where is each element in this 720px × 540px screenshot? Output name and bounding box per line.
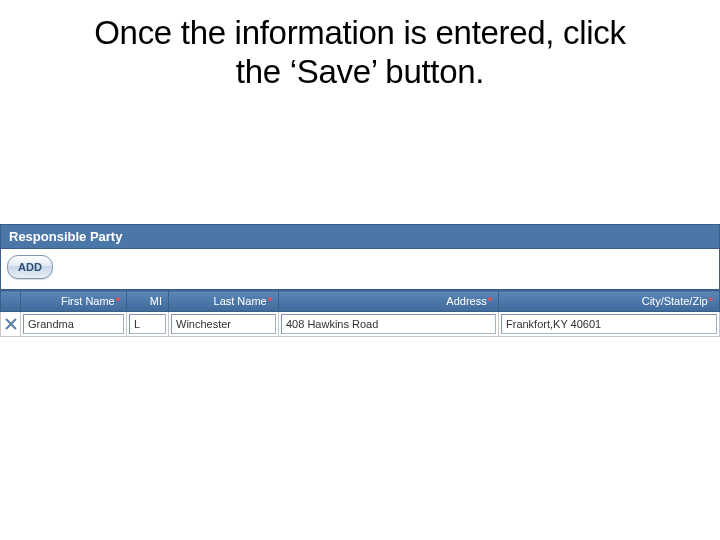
instruction-line2: the ‘Save’ button.	[236, 53, 484, 90]
header-city-state-zip: City/State/Zip*	[499, 291, 720, 312]
add-button[interactable]: ADD	[7, 255, 53, 279]
responsible-party-form: Responsible Party ADD First Name* MI Las…	[0, 224, 720, 337]
header-mi: MI	[127, 291, 169, 312]
first-name-field[interactable]	[23, 314, 124, 334]
header-first-name-label: First Name	[61, 295, 115, 307]
instruction-line1: Once the information is entered, click	[94, 14, 626, 51]
remove-row-icon[interactable]	[3, 316, 19, 332]
last-name-field[interactable]	[171, 314, 276, 334]
instruction-text: Once the information is entered, click t…	[0, 14, 720, 92]
header-last-name: Last Name*	[169, 291, 279, 312]
header-first-name: First Name*	[21, 291, 127, 312]
add-button-label: ADD	[18, 261, 42, 273]
required-mark: *	[487, 295, 492, 307]
header-address-label: Address	[446, 295, 486, 307]
section-title: Responsible Party	[9, 229, 122, 244]
city-state-zip-field[interactable]	[501, 314, 717, 334]
add-button-row: ADD	[0, 249, 720, 290]
address-field[interactable]	[281, 314, 496, 334]
cell-address	[279, 312, 499, 337]
responsible-party-table: First Name* MI Last Name* Address* City/…	[0, 290, 720, 337]
cell-first-name	[21, 312, 127, 337]
required-mark: *	[115, 295, 120, 307]
mi-field[interactable]	[129, 314, 166, 334]
header-city-state-zip-label: City/State/Zip	[642, 295, 708, 307]
header-mi-label: MI	[150, 295, 162, 307]
table-row	[1, 312, 720, 337]
header-address: Address*	[279, 291, 499, 312]
required-mark: *	[708, 295, 713, 307]
section-header: Responsible Party	[0, 224, 720, 249]
cell-remove	[1, 312, 21, 337]
header-remove	[1, 291, 21, 312]
table-header-row: First Name* MI Last Name* Address* City/…	[1, 291, 720, 312]
cell-last-name	[169, 312, 279, 337]
header-last-name-label: Last Name	[214, 295, 267, 307]
required-mark: *	[267, 295, 272, 307]
cell-city-state-zip	[499, 312, 720, 337]
cell-mi	[127, 312, 169, 337]
